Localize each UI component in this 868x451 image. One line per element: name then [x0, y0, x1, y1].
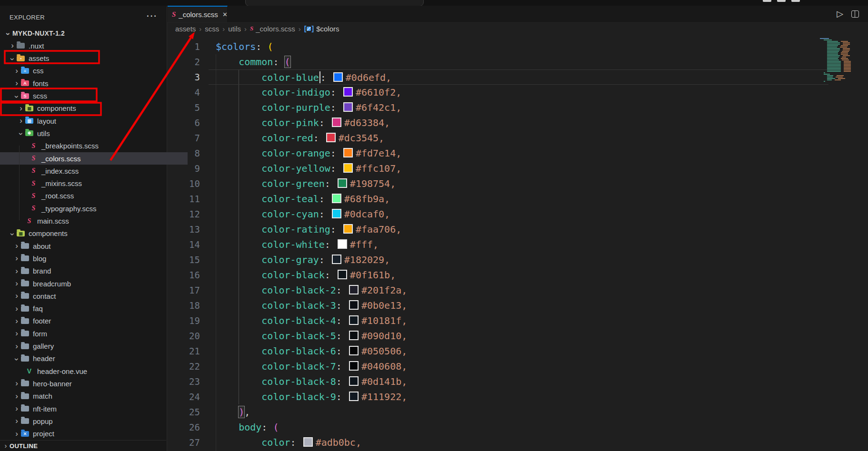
breadcrumb-item-scss[interactable]: scss [205, 25, 219, 33]
code-line-2[interactable]: common: ( [209, 54, 828, 69]
window-button[interactable] [791, 0, 800, 2]
split-editor-icon[interactable] [851, 10, 859, 18]
tree-item--mixins-scss[interactable]: S_mixins.scss [0, 177, 188, 190]
tree-item-match[interactable]: ›match [0, 390, 179, 402]
tree-item-scss[interactable]: ›Sscss [0, 90, 179, 102]
code-line-19[interactable]: color-black-4: #10181f, [209, 313, 828, 328]
color-swatch[interactable] [343, 148, 353, 157]
breadcrumb-item--colors[interactable]: []$colors [304, 25, 339, 33]
sass-file-icon: S [25, 217, 33, 225]
color-swatch[interactable] [343, 163, 353, 173]
color-swatch[interactable] [332, 209, 341, 218]
tab-colors-scss[interactable]: S _colors.scss ✕ [168, 6, 228, 22]
color-swatch[interactable] [349, 361, 359, 371]
token-punct: : [336, 315, 348, 326]
tree-item-contact[interactable]: ›contact [0, 290, 179, 302]
code-line-16[interactable]: color-black: #0f161b, [209, 267, 828, 283]
color-swatch[interactable] [338, 178, 347, 188]
tree-item-gallery[interactable]: ›gallery [0, 340, 179, 353]
code-line-23[interactable]: color-black-8: #0d141b, [209, 374, 828, 389]
tree-item-components[interactable]: ›▦components [0, 102, 183, 115]
tree-item-hero-banner[interactable]: ›hero-banner [0, 377, 179, 390]
color-swatch[interactable] [332, 118, 341, 127]
code-line-12[interactable]: color-cyan: #0dcaf0, [209, 206, 828, 222]
color-swatch[interactable] [332, 255, 341, 264]
color-swatch[interactable] [349, 376, 359, 386]
breadcrumb-item--colors-scss[interactable]: S_colors.scss [250, 25, 295, 33]
code-line-22[interactable]: color-black-7: #040608, [209, 359, 828, 374]
color-swatch[interactable] [349, 285, 359, 294]
color-swatch[interactable] [343, 87, 353, 97]
tree-item-components[interactable]: ›▦components [0, 227, 175, 240]
code-line-14[interactable]: color-white: #fff, [209, 237, 828, 252]
tree-item-form[interactable]: ›form [0, 327, 179, 340]
color-swatch[interactable] [303, 437, 313, 447]
tree-item-nft-item[interactable]: ›nft-item [0, 402, 179, 415]
tree-item-header[interactable]: ›header [0, 353, 179, 365]
tree-item-main-scss[interactable]: Smain.scss [0, 215, 183, 227]
color-swatch[interactable] [333, 72, 343, 82]
color-swatch[interactable] [349, 331, 359, 340]
color-swatch[interactable] [349, 392, 359, 401]
code-line-18[interactable]: color-black-3: #0b0e13, [209, 298, 828, 313]
code-line-26[interactable]: body: ( [209, 420, 828, 435]
code-line-27[interactable]: color: #adb0bc, [209, 435, 828, 450]
tree-item-layout[interactable]: ›▥layout [0, 115, 183, 127]
color-swatch[interactable] [326, 133, 336, 142]
window-button[interactable] [777, 0, 786, 2]
breadcrumb-item-assets[interactable]: assets [175, 25, 196, 33]
code-line-7[interactable]: color-red: #dc3545, [209, 130, 828, 146]
tree-item-popup[interactable]: ›popup [0, 415, 179, 427]
tree-item-project[interactable]: ›✕project [0, 428, 179, 440]
tree-item-assets[interactable]: ›▪assets [0, 52, 175, 65]
color-swatch[interactable] [332, 194, 341, 203]
tree-item--typography-scss[interactable]: S_typography.scss [0, 202, 188, 215]
tree-item--nuxt[interactable]: ›.nuxt [0, 39, 175, 52]
code-line-9[interactable]: color-yellow: #ffc107, [209, 161, 828, 176]
chevron-down-icon: › [14, 92, 19, 101]
window-button[interactable] [763, 0, 771, 2]
breadcrumb-item-utils[interactable]: utils [228, 25, 241, 33]
code-line-25[interactable]: ), [209, 404, 828, 420]
code-line-3[interactable]: color-blue: #0d6efd, [209, 69, 828, 85]
tree-item-mykd-nuxt-1-2[interactable]: ›MYKD-NUXT-1.2 [0, 27, 170, 39]
close-icon[interactable]: ✕ [221, 10, 229, 19]
code-line-8[interactable]: color-orange: #fd7e14, [209, 146, 828, 161]
tree-item--index-scss[interactable]: S_index.scss [0, 165, 188, 177]
code-line-1[interactable]: $colors: ( [209, 39, 828, 54]
code-line-20[interactable]: color-black-5: #090d10, [209, 328, 828, 343]
color-swatch[interactable] [349, 315, 359, 325]
outline-section[interactable]: › OUTLINE [0, 440, 166, 451]
code-line-17[interactable]: color-black-2: #201f2a, [209, 283, 828, 298]
tree-item-utils[interactable]: ›✱utils [0, 127, 183, 139]
code-line-5[interactable]: color-purple: #6f42c1, [209, 100, 828, 115]
tree-item--root-scss[interactable]: S_root.scss [0, 190, 188, 202]
color-swatch[interactable] [349, 346, 359, 355]
color-swatch[interactable] [343, 102, 353, 112]
code-line-10[interactable]: color-green: #198754, [209, 176, 828, 191]
tree-item-header-one-vue[interactable]: Vheader-one.vue [0, 365, 183, 377]
tree-item--colors-scss[interactable]: S_colors.scss [0, 152, 188, 165]
tree-item-brand[interactable]: ›brand [0, 265, 179, 277]
tree-item-fonts[interactable]: ›Afonts [0, 77, 179, 89]
tree-item--breakpoints-scss[interactable]: S_breakpoints.scss [0, 140, 188, 152]
more-actions-icon[interactable]: ··· [147, 11, 158, 21]
tree-item-faq[interactable]: ›faq [0, 303, 179, 315]
code-line-21[interactable]: color-black-6: #050506, [209, 343, 828, 359]
code-line-15[interactable]: color-gray: #182029, [209, 252, 828, 267]
code-line-24[interactable]: color-black-9: #111922, [209, 389, 828, 404]
code-line-11[interactable]: color-teal: #68fb9a, [209, 191, 828, 206]
code-line-6[interactable]: color-pink: #d63384, [209, 115, 828, 130]
tree-item-breadcrumb[interactable]: ›breadcrumb [0, 277, 179, 290]
code-line-13[interactable]: color-rating: #faa706, [209, 222, 828, 237]
color-swatch[interactable] [338, 239, 347, 249]
code-line-4[interactable]: color-indigo: #6610f2, [209, 85, 828, 100]
run-icon[interactable]: ▷ [837, 9, 843, 19]
color-swatch[interactable] [349, 300, 359, 310]
color-swatch[interactable] [343, 224, 353, 234]
tree-item-about[interactable]: ›about [0, 240, 179, 252]
tree-item-footer[interactable]: ›footer [0, 315, 179, 327]
tree-item-css[interactable]: ›≡css [0, 65, 179, 77]
tree-item-blog[interactable]: ›blog [0, 252, 179, 265]
color-swatch[interactable] [338, 270, 347, 279]
